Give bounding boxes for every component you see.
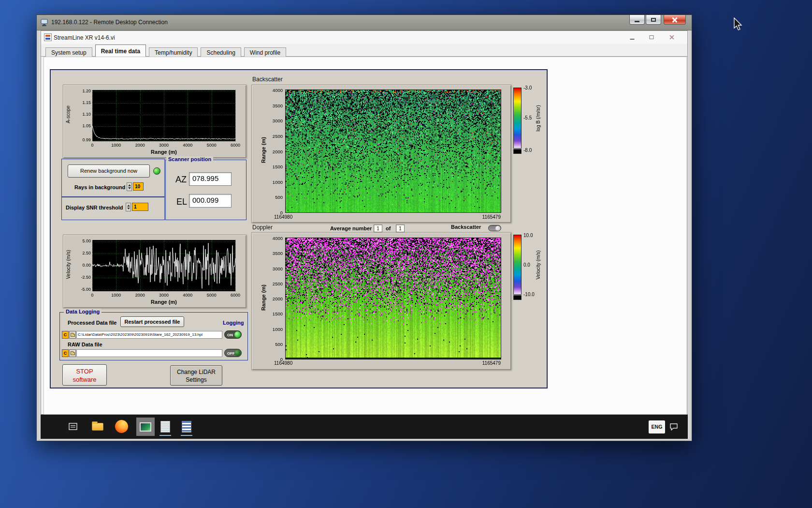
file-explorer-icon[interactable] bbox=[92, 423, 103, 431]
rdp-minimize-button[interactable] bbox=[629, 15, 645, 25]
ascope-plot-canvas bbox=[65, 87, 245, 157]
raw-path-field[interactable] bbox=[76, 349, 222, 357]
processed-data-file-label: Processed Data file bbox=[68, 320, 117, 326]
app-window-title: StreamLine XR v14-6.vi bbox=[54, 34, 115, 41]
raw-logging-toggle[interactable]: OFF bbox=[224, 349, 242, 357]
restart-processed-file-button[interactable]: Restart processed file bbox=[120, 316, 184, 327]
velocity-chart-frame bbox=[63, 235, 246, 308]
open-app-underline bbox=[160, 435, 171, 436]
backscatter-x-start: 1164980 bbox=[274, 214, 292, 220]
data-viewer-icon[interactable] bbox=[182, 421, 191, 433]
minimize-icon bbox=[630, 39, 635, 40]
rdp-window: 192.168.0.122 - Remote Desktop Connectio… bbox=[36, 15, 692, 441]
data-logging-group: Data Logging Processed Data file Restart… bbox=[59, 312, 248, 360]
on-label: ON bbox=[227, 333, 233, 337]
rays-in-background-label: Rays in background bbox=[74, 184, 125, 190]
y-tick-label: 3000 bbox=[252, 266, 283, 271]
colorbar-tick: -8.0 bbox=[523, 148, 532, 153]
y-tick-label: 2500 bbox=[252, 281, 283, 286]
y-tick-label: 3500 bbox=[252, 103, 283, 108]
rdp-titlebar[interactable]: 192.168.0.122 - Remote Desktop Connectio… bbox=[37, 15, 692, 30]
az-value-field[interactable]: 078.995 bbox=[189, 172, 232, 186]
el-value-field[interactable]: 000.099 bbox=[189, 194, 232, 208]
labview-vi-icon bbox=[44, 33, 52, 41]
backscatter-y-ticks: 40003500300025002000150010005000 bbox=[252, 85, 511, 223]
rdp-close-button[interactable] bbox=[664, 15, 686, 25]
tab-real-time-data[interactable]: Real time data bbox=[95, 45, 146, 57]
maximize-icon bbox=[650, 35, 654, 39]
snr-spinner[interactable] bbox=[126, 203, 131, 211]
processed-drive-selector[interactable]: C bbox=[62, 331, 69, 339]
app-close-button[interactable] bbox=[665, 33, 679, 42]
raw-browse-button[interactable] bbox=[69, 349, 76, 357]
velocity-y-axis-label: Velocity (m/s) bbox=[66, 236, 71, 294]
doppler-x-start: 1164980 bbox=[274, 360, 292, 366]
app-minimize-button[interactable] bbox=[625, 33, 639, 42]
snr-value[interactable]: 1 bbox=[132, 203, 148, 211]
logging-label: Logging bbox=[223, 320, 244, 326]
colorbar-tick: 10.0 bbox=[523, 233, 533, 238]
processed-path-field[interactable]: C:\Lidar\Data\Proc\2023\202309\20230919\… bbox=[76, 331, 222, 339]
average-total-input[interactable]: 1 bbox=[396, 224, 405, 232]
ascope-chart-frame bbox=[63, 85, 246, 158]
velocity-plot-canvas bbox=[65, 237, 245, 307]
scanner-position-title: Scanner position bbox=[166, 156, 213, 162]
change-line1: Change LiDAR bbox=[171, 368, 222, 376]
backscatter-colorbar-underflow bbox=[513, 149, 522, 154]
y-tick-label: 2500 bbox=[252, 134, 283, 139]
app-maximize-button[interactable] bbox=[645, 33, 658, 42]
colorbar-tick: -3.0 bbox=[523, 85, 532, 90]
task-view-icon[interactable] bbox=[68, 421, 78, 434]
desktop: 192.168.0.122 - Remote Desktop Connectio… bbox=[0, 0, 812, 508]
remote-session: StreamLine XR v14-6.vi System setupReal … bbox=[39, 30, 690, 439]
renew-background-led bbox=[153, 167, 160, 175]
colorbar-tick: -10.0 bbox=[523, 292, 535, 297]
doppler-title: Doppler bbox=[252, 224, 273, 231]
rays-spinner[interactable] bbox=[127, 182, 132, 191]
processed-logging-toggle[interactable]: ON bbox=[224, 330, 242, 339]
renew-background-button[interactable]: Renew background now bbox=[68, 164, 150, 178]
raw-drive-selector[interactable]: C bbox=[62, 349, 69, 357]
toggle-knob bbox=[234, 331, 241, 338]
backscatter-x-end: 1165479 bbox=[472, 214, 501, 220]
average-number-input[interactable]: 1 bbox=[374, 224, 382, 232]
scan-scheduler-icon[interactable] bbox=[160, 421, 170, 433]
average-number-label: Average number bbox=[330, 225, 372, 231]
backscatter-y-axis-label: Range (m) bbox=[261, 121, 266, 179]
backscatter-colorbar bbox=[513, 88, 522, 149]
minimize-icon bbox=[635, 21, 639, 22]
ascope-y-axis-label: A-scope bbox=[66, 86, 71, 144]
main-panel: A-scope Backscatter 40003500300025002000… bbox=[50, 69, 548, 388]
folder-icon bbox=[71, 352, 75, 355]
y-tick-label: 3000 bbox=[252, 118, 283, 123]
firefox-icon[interactable] bbox=[115, 420, 128, 433]
y-tick-label: 500 bbox=[252, 342, 283, 347]
colorbar-tick: 0.0 bbox=[523, 262, 530, 268]
doppler-colorbar-label: Velocity (m/s) bbox=[536, 236, 541, 294]
y-tick-label: 2000 bbox=[252, 149, 283, 154]
backscatter-title: Backscatter bbox=[252, 76, 283, 83]
y-tick-label: 1500 bbox=[252, 311, 283, 316]
backscatter-colorbar-label: log B (/m/sr) bbox=[536, 90, 541, 148]
backscatter-switch-label: Backscatter bbox=[451, 224, 481, 230]
processed-browse-button[interactable] bbox=[69, 331, 76, 339]
toggle-knob bbox=[234, 350, 241, 356]
snr-threshold-label: Display SNR threshold bbox=[66, 205, 123, 210]
language-indicator[interactable]: ENG bbox=[649, 420, 665, 433]
notification-chat-icon[interactable] bbox=[669, 422, 679, 433]
app-titlebar[interactable]: StreamLine XR v14-6.vi bbox=[41, 31, 687, 44]
maximize-icon bbox=[651, 18, 656, 22]
change-lidar-settings-button[interactable]: Change LiDAR Settings bbox=[170, 365, 222, 386]
backscatter-toggle[interactable] bbox=[488, 225, 501, 231]
rdp-window-title: 192.168.0.122 - Remote Desktop Connectio… bbox=[51, 19, 168, 26]
app-window: StreamLine XR v14-6.vi System setupReal … bbox=[41, 30, 688, 415]
of-label: of bbox=[386, 225, 391, 231]
stop-software-button[interactable]: STOP software bbox=[62, 364, 107, 386]
active-app-icon[interactable] bbox=[136, 418, 155, 436]
stop-line1: STOP bbox=[63, 368, 106, 376]
scanner-position-group: Scanner position AZ 078.995 EL 000.099 bbox=[165, 160, 246, 220]
rdp-maximize-button[interactable] bbox=[646, 15, 661, 25]
rays-value[interactable]: 10 bbox=[133, 182, 144, 191]
backscatter-chart-frame: 40003500300025002000150010005000 1164980… bbox=[251, 85, 511, 223]
remote-taskbar: ENG bbox=[41, 415, 688, 439]
